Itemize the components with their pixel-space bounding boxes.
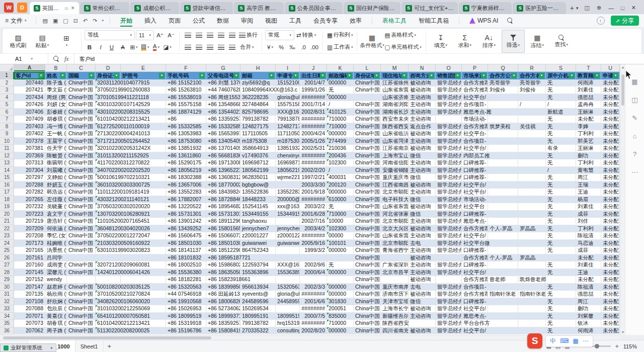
table-cell[interactable]: 无 [546,211,576,218]
table-cell[interactable]: 留学总经办 [436,218,462,225]
row-number[interactable]: 5 [0,101,14,109]
table-cell[interactable]: 强思喆 [576,291,601,298]
table-cell[interactable]: +86 18006826631 [206,298,240,306]
column-header-A[interactable]: A [14,64,45,71]
filter-button[interactable]: ▼ [38,73,44,78]
table-cell[interactable] [546,254,576,262]
table-cell[interactable]: 无 [546,320,576,327]
table-cell[interactable]: 刘素佳 [576,261,601,269]
table-cell[interactable]: 2002/3/3 [300,284,327,291]
filter-button[interactable]: ▼ [347,73,352,78]
table-cell[interactable]: 无 [546,79,576,87]
table-cell[interactable]: +86 15320563 [166,284,206,291]
table-cell[interactable]: 刘素佳 [576,203,601,211]
table-cell[interactable]: 留学总经办 [436,174,462,182]
table-cell[interactable]: ######## [300,123,327,131]
table-cell[interactable]: +86 18182281 [166,276,206,284]
table-cell[interactable]: 广东省深圳 [381,261,409,269]
table-cell[interactable]: 710000 [327,320,354,327]
header-cell-O[interactable]: 销售团队▼ [436,72,462,79]
table-cell[interactable]: 留学总经办 [436,211,462,218]
vertical-scroll-thumb[interactable] [621,74,624,106]
table-cell[interactable]: 内部员工推 [462,152,488,160]
table-cell[interactable]: 无 [546,138,576,145]
table-cell[interactable]: China中国 [67,138,96,145]
table-cell[interactable]: 无 [327,261,354,269]
file-tab[interactable]: S国任财产保险样本.x [344,2,400,14]
table-cell[interactable]: 山东省临沂 [381,130,409,138]
row-number[interactable]: 24 [0,240,14,247]
table-cell[interactable]: China中国 [67,152,96,160]
panel-card-icon[interactable]: ◫ [631,97,637,104]
table-cell[interactable]: 微信 [409,211,436,218]
redo-icon[interactable]: ↷ [93,18,97,24]
table-cell[interactable]: 2001/6/6 [300,298,327,306]
table-cell[interactable]: 吕同学 [45,254,67,262]
add-sheet-button[interactable]: + [104,342,116,350]
table-cell[interactable]: 610104200212213421 [96,320,121,327]
file-tab[interactable]: S贷款申请信息.xlsx [180,2,233,14]
table-cell[interactable]: 000000 [327,291,354,298]
table-cell[interactable]: China中国 [67,94,96,102]
table-cell[interactable]: 口碑推荐- [462,174,488,182]
table-cell[interactable]: 凯烁曾老师 [518,276,546,284]
table-cell[interactable]: 彭睿婧 (女 [45,109,67,116]
close-window-icon[interactable]: ✕ [631,5,636,11]
table-cell[interactable]: 山东省东营 [381,86,409,94]
table-cell[interactable]: 钦冰 [576,320,601,327]
table-cell[interactable]: 周江 [576,298,601,306]
table-cell[interactable]: 301830 [327,298,354,306]
table-cell[interactable]: +86 15332585003 [206,123,240,131]
filter-button[interactable]: ▼ [569,73,575,78]
table-cell[interactable]: China中国 [354,152,381,160]
table-cell[interactable]: 北京市朝阳 [381,218,409,225]
table-cell[interactable]: 370105200210270824 [96,291,121,298]
table-cell[interactable]: / [546,167,576,174]
filter-button[interactable]: ▼ [60,73,65,78]
row-number[interactable]: 23 [0,232,14,240]
table-cell[interactable] [518,196,546,204]
table-cell[interactable]: 留学总经办 [436,269,462,277]
table-cell[interactable]: 207369 [14,152,45,160]
table-cell[interactable] [518,130,546,138]
column-header-Q[interactable]: Q [488,64,518,71]
table-cell[interactable]: 207434 [14,94,45,102]
layout-toggle-icon[interactable]: ◫ [585,5,590,11]
table-cell[interactable] [67,276,96,284]
table-cell[interactable]: 未分配 [576,276,601,284]
table-cell[interactable]: / [327,167,354,174]
table-cell[interactable]: 未分配 [601,159,620,167]
table-cell[interactable]: 153205639 [276,284,300,291]
scroll-down-icon[interactable]: ▼ [621,330,625,334]
column-header-O[interactable]: O [436,64,462,71]
table-cell[interactable]: 200436 [327,152,354,160]
table-cell[interactable]: +86 18359257061 [206,320,240,327]
table-cell[interactable] [518,232,546,240]
table-cell[interactable]: 市场活动- [462,116,488,123]
filter-button[interactable]: ▼ [401,73,407,78]
table-cell[interactable]: 610104200212213421 [96,116,121,123]
panel-grid-icon[interactable]: ▦ [631,78,637,85]
table-cell[interactable] [518,182,546,189]
table-cell[interactable]: 117110505 [240,130,276,138]
output-icon[interactable]: ⊡ [73,18,78,24]
table-cell[interactable]: 社交平台 [462,203,488,211]
header-cell-G[interactable]: 父母电话号码▼ [206,72,240,79]
table-cell[interactable]: 无 [546,196,576,204]
table-cell[interactable]: 口碑推荐- [462,247,488,254]
table-cell[interactable] [518,305,546,313]
table-cell[interactable]: 留学总经办 [436,159,462,167]
table-cell[interactable]: 207165 [14,247,45,254]
table-cell[interactable]: 207232 [14,203,45,211]
column-header-S[interactable]: S [546,64,576,71]
table-cell[interactable]: 吴佳祺 [518,123,546,131]
table-cell[interactable]: consulting [276,327,300,335]
table-cell[interactable]: 北京大兴区 [381,225,409,233]
table-cell[interactable]: China中国 [67,79,96,87]
table-cell[interactable]: 北京市朝阳 [381,189,409,196]
ime-more-icon[interactable]: ⋯ [583,337,589,344]
table-cell[interactable]: 207223 [14,211,45,218]
table-cell[interactable] [488,240,518,247]
table-cell[interactable]: 陕西省西安 [381,320,409,327]
table-cell[interactable]: 未分配 [601,152,620,160]
